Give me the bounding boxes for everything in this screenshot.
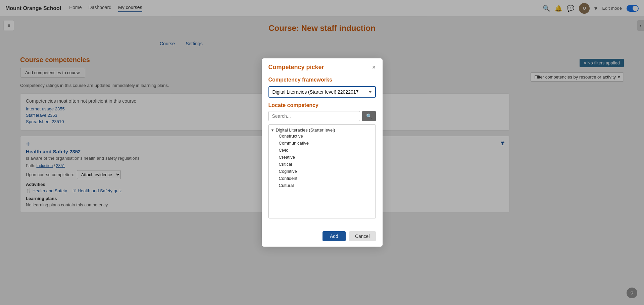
- locate-competency-title: Locate competency: [268, 102, 376, 108]
- help-button[interactable]: ?: [627, 288, 637, 298]
- search-input[interactable]: [268, 111, 360, 121]
- tree-root-label[interactable]: ▼ Digital Literacies (Starter level): [271, 128, 374, 133]
- add-button[interactable]: Add: [323, 231, 346, 241]
- competency-tree: ▼ Digital Literacies (Starter level) Con…: [268, 124, 376, 218]
- modal-overlay: Competency picker × Competency framework…: [0, 0, 644, 305]
- cancel-button[interactable]: Cancel: [349, 231, 376, 241]
- search-row: 🔍: [268, 111, 376, 121]
- modal-body: Competency frameworks Digital Literacies…: [262, 74, 383, 228]
- tree-child-0[interactable]: Constructive: [277, 133, 374, 140]
- tree-child-5[interactable]: Cognitive: [277, 168, 374, 175]
- modal-footer: Add Cancel: [262, 228, 383, 247]
- tree-child-6[interactable]: Confident: [277, 175, 374, 182]
- search-button[interactable]: 🔍: [362, 111, 376, 121]
- modal-close-button[interactable]: ×: [372, 64, 376, 70]
- tree-chevron-icon: ▼: [271, 128, 275, 132]
- tree-root: ▼ Digital Literacies (Starter level) Con…: [271, 128, 374, 189]
- tree-child-4[interactable]: Critical: [277, 161, 374, 168]
- modal-title: Competency picker: [268, 64, 324, 71]
- tree-children: Constructive Communicative Civic Creativ…: [271, 133, 374, 189]
- tree-child-3[interactable]: Creative: [277, 154, 374, 161]
- tree-child-1[interactable]: Communicative: [277, 140, 374, 147]
- tree-child-7[interactable]: Cultural: [277, 182, 374, 189]
- competency-picker-modal: Competency picker × Competency framework…: [262, 58, 383, 247]
- tree-root-text: Digital Literacies (Starter level): [276, 128, 335, 133]
- framework-select[interactable]: Digital Literacies (Starter level) 22022…: [268, 86, 376, 98]
- tree-child-2[interactable]: Civic: [277, 147, 374, 154]
- frameworks-section-title: Competency frameworks: [268, 77, 376, 83]
- modal-header: Competency picker ×: [262, 58, 383, 74]
